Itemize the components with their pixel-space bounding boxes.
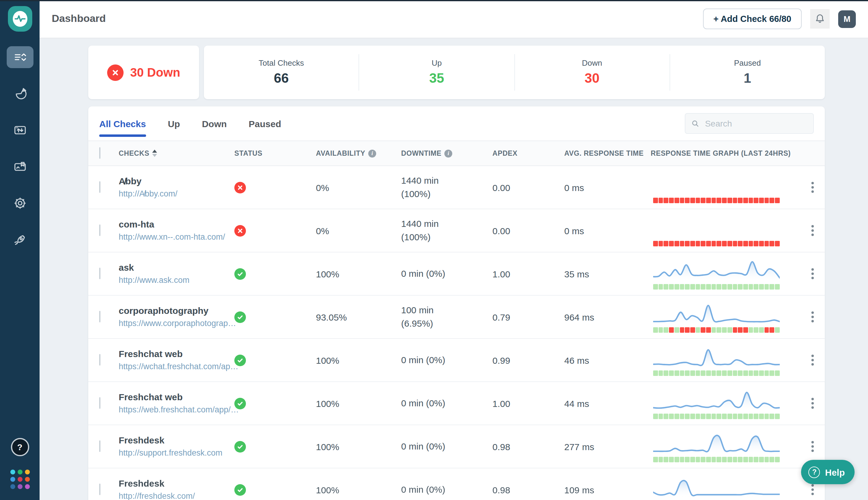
sort-icon[interactable] — [153, 150, 157, 157]
check-url[interactable]: https://wchat.freshchat.com/ap… — [119, 362, 226, 372]
avatar[interactable]: M — [838, 10, 856, 28]
sidebar: ? — [0, 0, 40, 500]
row-checkbox[interactable] — [99, 311, 100, 322]
column-checks: CHECKS — [119, 150, 226, 157]
status-page-icon — [12, 123, 27, 137]
tab-paused[interactable]: Paused — [249, 106, 281, 140]
row-menu-button[interactable] — [805, 268, 820, 279]
search-input[interactable] — [704, 118, 807, 129]
check-name: Freshchat web — [119, 392, 226, 402]
tab-down[interactable]: Down — [202, 106, 227, 140]
status-down-icon — [234, 182, 246, 193]
availability-value: 93.05% — [316, 312, 401, 322]
page-title: Dashboard — [52, 13, 106, 25]
check-cell: askhttp://www.ask.com — [119, 262, 226, 285]
sidebar-item-badges[interactable] — [7, 156, 33, 178]
down-banner: 30 Down — [88, 46, 199, 99]
avg-response-time-value: 46 ms — [564, 355, 651, 365]
row-menu-button[interactable] — [805, 355, 820, 366]
row-checkbox[interactable] — [99, 484, 100, 495]
check-url[interactable]: http://freshdesk.com/ — [119, 492, 226, 500]
availability-value: 100% — [316, 485, 401, 495]
checks-list-icon — [12, 50, 27, 65]
column-status: STATUS — [226, 150, 316, 157]
help-label: Help — [825, 467, 845, 477]
search-icon — [691, 119, 699, 128]
check-name: Freshchat web — [119, 349, 226, 359]
checks-table-card: All Checks Up Down Paused CHECKS STATUS … — [88, 106, 825, 500]
select-all-checkbox[interactable] — [99, 147, 100, 159]
check-url[interactable]: https://www.corporaphotograp… — [119, 319, 226, 328]
apdex-value: 1.00 — [492, 269, 564, 279]
check-url[interactable]: https://web.freshchat.com/app/… — [119, 406, 226, 415]
freshping-logo[interactable] — [8, 6, 32, 32]
row-menu-button[interactable] — [805, 441, 820, 452]
availability-value: 0% — [316, 225, 401, 236]
availability-value: 100% — [316, 441, 401, 452]
sidebar-item-reports[interactable] — [7, 83, 33, 105]
sparkline — [653, 302, 780, 325]
row-checkbox[interactable] — [99, 268, 100, 279]
availability-value: 100% — [316, 269, 401, 279]
stat-down: Down 30 — [514, 54, 670, 91]
tab-up[interactable]: Up — [168, 106, 180, 140]
check-name: Freshdesk — [119, 435, 226, 445]
downtime-value: 0 min (0%) — [401, 397, 459, 410]
sidebar-item-settings[interactable] — [7, 192, 33, 214]
column-apdex: APDEX — [492, 150, 564, 157]
check-url[interactable]: http://www.xn--.com-hta.com/ — [119, 233, 226, 242]
summary-stats-card: Total Checks 66 Up 35 Down 30 Paused 1 — [204, 46, 825, 99]
stat-up: Up 35 — [359, 54, 514, 91]
stat-total-checks: Total Checks 66 — [204, 54, 359, 91]
check-name: ask — [119, 262, 226, 273]
app-switcher-icon[interactable] — [10, 469, 30, 489]
check-url[interactable]: http://www.ask.com — [119, 276, 226, 285]
rocket-icon — [12, 232, 27, 247]
row-checkbox[interactable] — [99, 440, 100, 452]
table-row: askhttp://www.ask.com100%0 min (0%)1.003… — [88, 252, 825, 295]
downtime-value: 0 min (0%) — [401, 483, 459, 496]
table-body: A̸bbyhttp://A̸bby.com/0%1440 min (100%)0… — [88, 166, 825, 500]
stat-paused: Paused 1 — [670, 54, 825, 91]
row-checkbox[interactable] — [99, 354, 100, 366]
downtime-value: 0 min (0%) — [401, 440, 459, 453]
availability-value: 100% — [316, 398, 401, 408]
check-name: A̸bby — [119, 176, 226, 186]
tab-all-checks[interactable]: All Checks — [99, 106, 146, 140]
row-menu-button[interactable] — [805, 484, 820, 495]
check-url[interactable]: http://A̸bby.com/ — [119, 190, 226, 199]
sidebar-item-checks[interactable] — [7, 46, 33, 68]
top-bar-actions: + Add Check 66/80 M — [703, 9, 856, 29]
availability-value: 100% — [316, 355, 401, 365]
uptime-ticks — [653, 456, 780, 462]
response-time-graph — [651, 431, 800, 462]
apdex-value: 1.00 — [492, 398, 564, 408]
sidebar-item-upgrade[interactable] — [7, 229, 33, 251]
row-menu-button[interactable] — [805, 398, 820, 409]
notifications-button[interactable] — [810, 9, 830, 29]
row-menu-button[interactable] — [805, 182, 820, 193]
uptime-ticks — [653, 413, 780, 419]
sidebar-help-icon[interactable]: ? — [11, 438, 29, 456]
table-row: Freshchat webhttps://web.freshchat.com/a… — [88, 382, 825, 424]
sparkline — [653, 388, 780, 411]
downtime-info-icon[interactable]: i — [445, 149, 453, 157]
row-checkbox[interactable] — [99, 181, 100, 193]
response-time-graph — [651, 302, 800, 332]
pie-chart-icon — [12, 87, 27, 101]
help-button[interactable]: ? Help — [801, 460, 855, 484]
avg-response-time-value: 0 ms — [564, 225, 651, 236]
response-time-graph — [651, 474, 800, 500]
sidebar-item-status-pages[interactable] — [7, 119, 33, 141]
availability-info-icon[interactable]: i — [368, 149, 376, 157]
check-url[interactable]: http://support.freshdesk.com — [119, 448, 226, 458]
search-box[interactable] — [685, 113, 814, 134]
row-checkbox[interactable] — [99, 225, 100, 236]
row-checkbox[interactable] — [99, 397, 100, 409]
column-response-time-graph: RESPONSE TIME GRAPH (LAST 24HRS) — [651, 150, 800, 157]
add-check-button[interactable]: + Add Check 66/80 — [703, 9, 802, 29]
row-menu-button[interactable] — [805, 225, 820, 236]
stat-up-value: 35 — [429, 70, 444, 87]
row-menu-button[interactable] — [805, 311, 820, 322]
column-downtime: DOWNTIMEi — [401, 149, 492, 157]
